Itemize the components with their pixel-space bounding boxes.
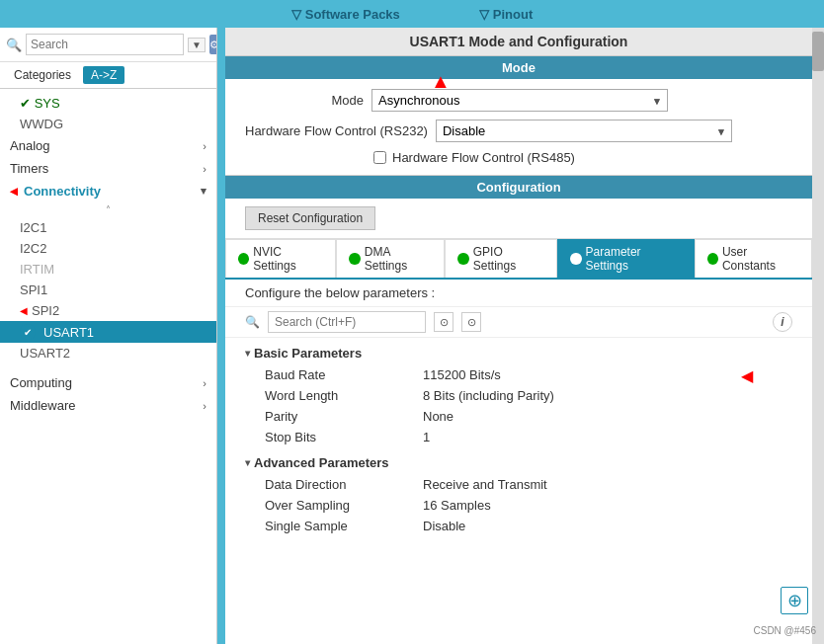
mode-section-header: Mode [225, 56, 812, 79]
basic-params-label: Basic Parameters [254, 346, 362, 361]
sidebar-item-timers[interactable]: Timers › [0, 157, 216, 180]
i2c1-label: I2C1 [20, 220, 46, 235]
mode-row: Mode ▲ Asynchronous ▼ [245, 89, 792, 112]
data-direction-param-value: Receive and Transmit [423, 477, 547, 492]
mode-content: Mode ▲ Asynchronous ▼ Hardware Flow Cont… [225, 79, 812, 176]
category-tabs: Categories A->Z [0, 62, 216, 89]
sidebar-item-i2c2[interactable]: I2C2 [0, 238, 216, 259]
sidebar-item-analog[interactable]: Analog › [0, 134, 216, 157]
params-search-input[interactable] [268, 311, 426, 333]
hw-flow-rs232-label: Hardware Flow Control (RS232) [245, 123, 428, 138]
tab-user-constants[interactable]: User Constants [695, 239, 812, 278]
stop-bits-param-name: Stop Bits [265, 430, 423, 444]
usart2-label: USART2 [20, 346, 70, 361]
word-length-param-name: Word Length [265, 388, 423, 403]
software-packs-label: Software Packs [305, 7, 400, 22]
irtim-label: IRTIM [20, 262, 54, 277]
spi1-label: SPI1 [20, 282, 47, 297]
middleware-chevron-icon: › [203, 400, 206, 412]
baud-rate-param-value: 115200 Bits/s [423, 367, 501, 382]
nvic-tab-label: NVIC Settings [253, 245, 323, 273]
connectivity-red-arrow: ◀ [10, 186, 18, 197]
timers-chevron-icon: › [203, 163, 206, 175]
computing-label: Computing [10, 375, 72, 390]
baud-rate-row: Baud Rate 115200 Bits/s ◀ [245, 364, 792, 385]
user-dot-icon [707, 253, 718, 265]
hw-flow-rs485-row: Hardware Flow Control (RS485) [373, 150, 792, 165]
pinout-arrow: ▽ [479, 7, 489, 22]
sidebar-search-bar: 🔍 ▼ ⚙ [0, 28, 216, 62]
computing-chevron-icon: › [203, 377, 206, 389]
data-direction-param-name: Data Direction [265, 477, 423, 492]
advanced-params-group[interactable]: ▾ Advanced Parameters [245, 451, 792, 474]
single-sample-param-value: Disable [423, 519, 465, 533]
content-scrollbar[interactable] [812, 28, 824, 644]
sidebar-item-usart1[interactable]: ✔ USART1 [0, 321, 216, 343]
sys-label: SYS [35, 96, 60, 111]
single-sample-param-name: Single Sample [265, 519, 423, 533]
tab-az[interactable]: A->Z [83, 66, 124, 84]
config-section-header: Configuration [225, 176, 812, 199]
connectivity-label: Connectivity [24, 184, 101, 199]
parity-param-name: Parity [265, 409, 423, 424]
content-area: USART1 Mode and Configuration Mode Mode … [225, 28, 812, 644]
tabs-row: NVIC Settings DMA Settings GPIO Settings… [225, 239, 812, 280]
word-length-param-value: 8 Bits (including Parity) [423, 388, 554, 403]
connectivity-chevron-icon: ▾ [201, 185, 206, 198]
hw-flow-rs232-row: Hardware Flow Control (RS232) Disable ▼ [245, 120, 792, 142]
mode-select-wrapper: ▲ Asynchronous ▼ [371, 89, 668, 112]
params-list: ▾ Basic Parameters Baud Rate 115200 Bits… [225, 338, 812, 644]
word-length-row: Word Length 8 Bits (including Parity) [245, 385, 792, 406]
gpio-tab-label: GPIO Settings [473, 245, 544, 273]
search-dropdown-arrow[interactable]: ▼ [188, 38, 206, 52]
advanced-params-label: Advanced Parameters [254, 455, 389, 470]
reset-btn-row: Reset Configuration [225, 199, 812, 239]
tab-categories[interactable]: Categories [6, 66, 79, 84]
zoom-button[interactable]: ⊕ [781, 587, 808, 614]
params-nav-prev-button[interactable]: ⊙ [434, 312, 453, 332]
scroll-up-icon: ˄ [106, 204, 111, 215]
sidebar-item-computing[interactable]: Computing › [0, 371, 216, 394]
basic-params-group[interactable]: ▾ Basic Parameters [245, 342, 792, 364]
params-search-row: 🔍 ⊙ ⊙ i [225, 307, 812, 338]
dma-tab-label: DMA Settings [365, 245, 433, 273]
sidebar-item-i2c1[interactable]: I2C1 [0, 217, 216, 238]
spi2-label: SPI2 [32, 303, 59, 318]
sidebar-item-connectivity[interactable]: ◀ Connectivity ▾ [0, 180, 216, 202]
params-info-icon[interactable]: i [773, 312, 792, 332]
sidebar-item-spi2[interactable]: ◀ SPI2 [0, 300, 216, 321]
sidebar-item-irtim[interactable]: IRTIM [0, 259, 216, 280]
sidebar-scrollbar[interactable] [217, 28, 225, 644]
params-search-icon: 🔍 [245, 315, 260, 329]
tab-gpio-settings[interactable]: GPIO Settings [445, 239, 557, 278]
i2c2-label: I2C2 [20, 241, 46, 256]
wwdg-label: WWDG [20, 117, 63, 131]
sidebar-item-sys[interactable]: ✔ SYS [0, 93, 216, 114]
mode-select[interactable]: Asynchronous [371, 89, 668, 112]
over-sampling-param-name: Over Sampling [265, 498, 423, 513]
sidebar-search-input[interactable] [26, 34, 184, 55]
single-sample-row: Single Sample Disable [245, 516, 792, 536]
settings-gear-icon[interactable]: ⚙ [209, 35, 217, 54]
watermark: CSDN @#456 [753, 625, 816, 636]
tab-nvic-settings[interactable]: NVIC Settings [225, 239, 336, 278]
main-container: 🔍 ▼ ⚙ Categories A->Z ✔ SYS WWDG Analog [0, 28, 824, 644]
sidebar-item-spi1[interactable]: SPI1 [0, 280, 216, 300]
hw-flow-rs485-checkbox[interactable] [373, 151, 386, 164]
sys-check-icon: ✔ [20, 96, 35, 111]
sidebar-item-wwdg[interactable]: WWDG [0, 114, 216, 134]
hw-flow-rs232-select[interactable]: Disable [436, 120, 732, 142]
mode-red-arrow-container: ▲ [431, 71, 451, 91]
tab-parameter-settings[interactable]: Parameter Settings [557, 239, 694, 278]
param-dot-icon [570, 253, 581, 265]
usart1-check-icon: ✔ [20, 324, 36, 340]
sidebar-item-usart2[interactable]: USART2 [0, 343, 216, 363]
pinout-tab[interactable]: ▽ Pinout [479, 7, 533, 22]
reset-configuration-button[interactable]: Reset Configuration [245, 206, 375, 230]
tab-dma-settings[interactable]: DMA Settings [336, 239, 445, 278]
over-sampling-row: Over Sampling 16 Samples [245, 495, 792, 516]
usart1-label: USART1 [43, 325, 94, 340]
params-nav-next-button[interactable]: ⊙ [461, 312, 481, 332]
sidebar-item-middleware[interactable]: Middleware › [0, 394, 216, 417]
software-packs-tab[interactable]: ▽ Software Packs [291, 7, 400, 22]
